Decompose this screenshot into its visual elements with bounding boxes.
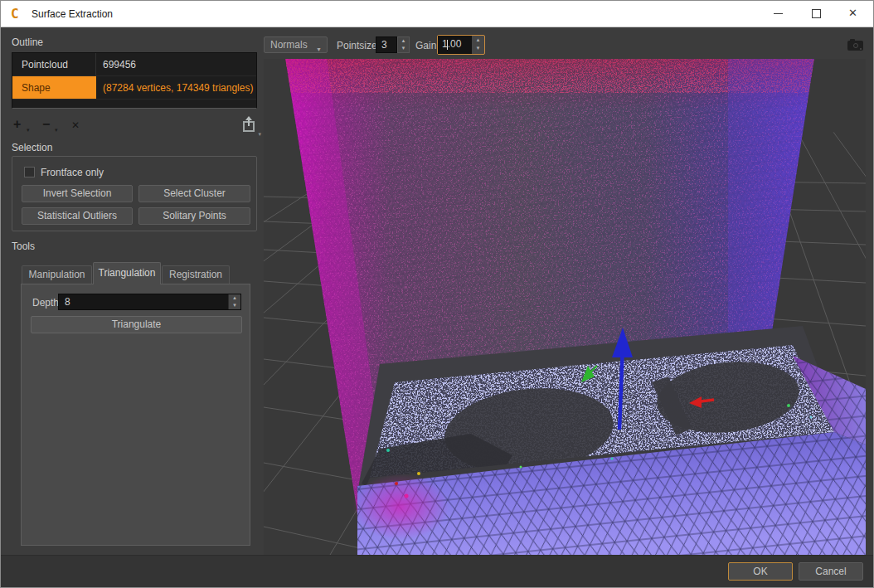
table-row-pointcloud[interactable]: Pointcloud 699456 — [12, 53, 256, 76]
spin-down-icon[interactable]: ▼ — [398, 45, 409, 52]
text-cursor — [447, 40, 448, 50]
triangulate-button[interactable]: Triangulate — [31, 316, 242, 333]
depth-input[interactable]: 8 ▲ ▼ — [58, 294, 241, 310]
spin-down-icon[interactable]: ▼ — [229, 302, 240, 309]
gain-input[interactable]: 1.00 — [438, 36, 472, 54]
outline-section-label: Outline — [12, 36, 43, 48]
tab-registration[interactable]: Registration — [162, 265, 230, 284]
gain-value: 1.00 — [442, 38, 461, 50]
normals-dropdown[interactable]: Normals ▼ — [264, 36, 328, 53]
tools-section-label: Tools — [12, 241, 35, 252]
window-title: Surface Extraction — [32, 8, 113, 20]
surface-extraction-window: C Surface Extraction ✕ Outline Pointclou… — [0, 0, 874, 588]
maximize-button[interactable] — [797, 1, 835, 27]
spin-up-icon[interactable]: ▲ — [229, 294, 240, 302]
close-button[interactable]: ✕ — [835, 1, 873, 27]
selection-section-label: Selection — [12, 142, 52, 153]
spin-up-icon[interactable]: ▲ — [472, 36, 484, 44]
app-logo-icon: C — [11, 7, 25, 21]
selection-group: Frontface only Invert Selection Select C… — [12, 156, 257, 231]
tab-manipulation[interactable]: Manipulation — [22, 265, 92, 284]
export-arrowhead-icon — [245, 116, 252, 120]
ok-button[interactable]: OK — [728, 562, 793, 581]
footer-bar: OK Cancel — [1, 555, 873, 588]
pointsize-spinner[interactable]: ▲ ▼ — [397, 36, 410, 53]
maximize-icon — [812, 9, 821, 18]
spin-down-icon[interactable]: ▼ — [472, 44, 484, 52]
table-row-shape[interactable]: Shape (87284 vertices, 174349 triangles) — [12, 76, 256, 100]
pointsize-label: Pointsize — [337, 40, 377, 51]
delete-icon[interactable]: ✕ — [71, 119, 80, 131]
gain-label: Gain — [415, 40, 436, 51]
axis-x-arrow[interactable] — [701, 400, 714, 401]
depth-value: 8 — [65, 296, 70, 308]
spin-up-icon[interactable]: ▲ — [398, 37, 409, 45]
export-button[interactable]: ▾ — [242, 118, 259, 136]
camera-dot-icon — [860, 48, 862, 50]
add-caret-icon[interactable]: ▾ — [27, 127, 30, 134]
remove-icon[interactable]: − — [42, 117, 50, 132]
cancel-button[interactable]: Cancel — [799, 562, 863, 581]
solitary-points-button[interactable]: Solitary Points — [138, 207, 250, 225]
snapshot-button[interactable] — [847, 39, 863, 51]
frontface-only-label: Frontface only — [41, 167, 104, 178]
gain-spinner[interactable]: ▲ ▼ — [472, 36, 484, 54]
export-caret-icon[interactable]: ▾ — [258, 131, 261, 138]
depth-label: Depth — [32, 297, 59, 309]
statistical-outliers-button[interactable]: Statistical Outliers — [22, 207, 133, 225]
viewport-3d[interactable] — [264, 59, 866, 555]
pointsize-value: 3 — [381, 39, 387, 51]
gain-input-group[interactable]: 1.00 ▲ ▼ — [437, 35, 485, 55]
titlebar[interactable]: C Surface Extraction ✕ — [1, 1, 873, 27]
shape-name-cell[interactable]: Shape — [12, 76, 96, 99]
minimize-icon — [774, 13, 783, 14]
viewport-3d-scene[interactable] — [264, 59, 866, 555]
minimize-button[interactable] — [759, 1, 797, 27]
frontface-only-checkbox[interactable] — [24, 167, 35, 177]
outline-table[interactable]: Pointcloud 699456 Shape (87284 vertices,… — [12, 52, 257, 109]
invert-selection-button[interactable]: Invert Selection — [22, 185, 133, 202]
remove-caret-icon[interactable]: ▾ — [55, 127, 58, 134]
triangulation-tab-pane: Depth 8 ▲ ▼ Triangulate — [21, 284, 250, 546]
select-cluster-button[interactable]: Select Cluster — [138, 185, 250, 202]
normals-dropdown-value: Normals — [270, 39, 308, 51]
depth-spinner[interactable]: ▲ ▼ — [228, 294, 240, 309]
pink-highlight — [352, 474, 449, 540]
close-icon: ✕ — [848, 7, 857, 19]
tab-triangulation[interactable]: Triangulation — [93, 262, 161, 284]
pointcloud-value-cell: 699456 — [96, 53, 256, 75]
add-icon[interactable]: + — [13, 117, 21, 132]
pointcloud-name-cell[interactable]: Pointcloud — [12, 53, 96, 75]
outline-toolbar: + ▾ − ▾ ✕ ▾ — [1, 115, 264, 138]
shape-value-cell: (87284 vertices, 174349 triangles) — [96, 76, 256, 99]
dropdown-arrow-icon: ▼ — [316, 42, 322, 57]
camera-bump-icon — [850, 39, 855, 42]
camera-lens-icon — [853, 43, 858, 48]
pointsize-input[interactable]: 3 — [376, 36, 397, 53]
